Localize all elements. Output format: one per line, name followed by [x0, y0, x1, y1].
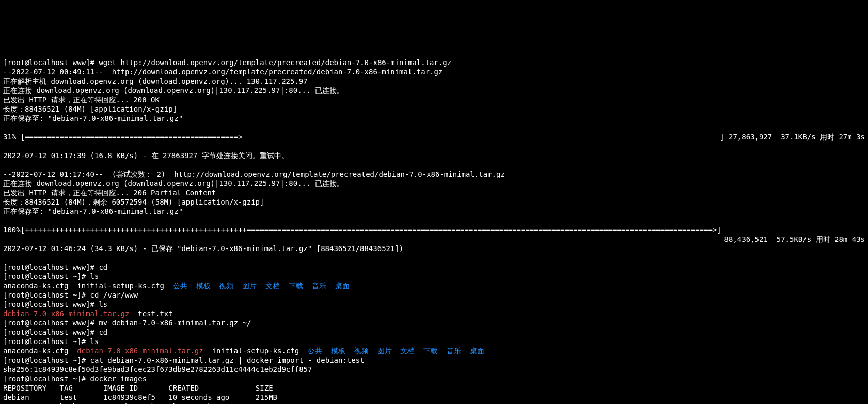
dir-item: 模板 — [331, 347, 345, 355]
prompt: [root@localhost www]# — [3, 319, 99, 327]
output-line: 2022-07-12 01:46:24 (34.3 KB/s) - 已保存 "d… — [3, 244, 403, 253]
dir-item: 下载 — [289, 282, 303, 290]
output-line: 已发出 HTTP 请求，正在等待回应... 200 OK — [3, 96, 160, 104]
output-line: 正在保存至: "debian-7.0-x86-minimal.tar.gz" — [3, 114, 183, 122]
output-line: --2022-07-12 01:17:40-- (尝试次数： 2) http:/… — [3, 170, 505, 178]
ls-output: test.txt — [129, 309, 172, 318]
dir-item: 模板 — [196, 282, 211, 290]
prompt: [root@localhost www]# — [3, 263, 99, 271]
ls-output: anaconda-ks.cfg — [3, 347, 77, 355]
table-header: REPOSITORY TAG IMAGE ID CREATED SIZE — [3, 384, 273, 392]
table-row: debian test 1c84939c8ef5 10 seconds ago … — [3, 393, 277, 401]
command: mv debian-7.0-x86-minimal.tar.gz ~/ — [99, 319, 251, 327]
dir-item: 公共 — [308, 347, 322, 355]
command: ls — [90, 337, 99, 346]
prompt: [root@localhost ~]# — [3, 375, 90, 383]
dir-item: 公共 — [173, 282, 187, 290]
dir-item: 音乐 — [312, 282, 326, 290]
prompt: [root@localhost ~]# — [3, 272, 90, 281]
archive-file: debian-7.0-x86-minimal.tar.gz — [77, 347, 203, 355]
prompt: [root@localhost www]# — [3, 58, 99, 67]
dir-item: 下载 — [423, 347, 438, 355]
archive-file: debian-7.0-x86-minimal.tar.gz — [3, 309, 129, 318]
progress-right: 88,436,521 57.5KB/s 用时 28m 43s — [720, 235, 865, 244]
prompt: [root@localhost ~]# — [3, 356, 90, 364]
output-line: 2022-07-12 01:17:39 (16.8 KB/s) - 在 2786… — [3, 151, 289, 160]
dir-item: 文档 — [265, 282, 280, 290]
dir-item: 桌面 — [335, 282, 350, 290]
ls-output: initial-setup-ks.cfg — [203, 347, 308, 355]
command: cd — [99, 328, 107, 336]
dir-item: 图片 — [242, 282, 257, 290]
dir-item: 图片 — [377, 347, 392, 355]
command: ls — [99, 300, 107, 308]
output-line: 长度：88436521 (84M)，剩余 60572594 (58M) [app… — [3, 198, 264, 206]
command: wget http://download.openvz.org/template… — [99, 58, 451, 67]
command: cd — [99, 263, 107, 271]
output-line: 正在保存至: "debian-7.0-x86-minimal.tar.gz" — [3, 207, 183, 215]
command: cat debian-7.0-x86-minimal.tar.gz | dock… — [90, 356, 365, 364]
prompt: [root@localhost ~]# — [3, 337, 90, 346]
command: cd /var/www — [90, 291, 138, 299]
output-line: 长度：88436521 (84M) [application/x-gzip] — [3, 105, 177, 113]
dir-item: 视频 — [219, 282, 233, 290]
prompt: [root@localhost www]# — [3, 300, 99, 308]
dir-item: 桌面 — [470, 347, 484, 355]
progress-bar: 31% [===================================… — [3, 133, 243, 141]
prompt: [root@localhost www]# — [3, 328, 99, 336]
terminal[interactable]: [root@localhost www]# wget http://downlo… — [0, 46, 868, 404]
progress-right: ] 27,863,927 37.1KB/s 用时 27m 3s — [720, 132, 865, 142]
dir-item: 文档 — [400, 347, 415, 355]
prompt: [root@localhost ~]# — [3, 291, 90, 299]
output-line: 已发出 HTTP 请求，正在等待回应... 206 Partial Conten… — [3, 189, 216, 197]
output-line: sha256:1c84939c8ef50d3fe9bad3fcec23f673d… — [3, 365, 312, 374]
output-line: 正在连接 download.openvz.org (download.openv… — [3, 179, 344, 188]
command: docker images — [90, 375, 147, 383]
progress-bar: 100%[+++++++++++++++++++++++++++++++++++… — [3, 226, 721, 234]
ls-output: anaconda-ks.cfg initial-setup-ks.cfg — [3, 282, 173, 290]
dir-item: 音乐 — [447, 347, 461, 355]
output-line: 正在连接 download.openvz.org (download.openv… — [3, 86, 344, 95]
output-line: --2022-07-12 00:49:11-- http://download.… — [3, 68, 443, 76]
output-line: 正在解析主机 download.openvz.org (download.ope… — [3, 77, 308, 85]
command: ls — [90, 272, 99, 281]
dir-item: 视频 — [354, 347, 369, 355]
